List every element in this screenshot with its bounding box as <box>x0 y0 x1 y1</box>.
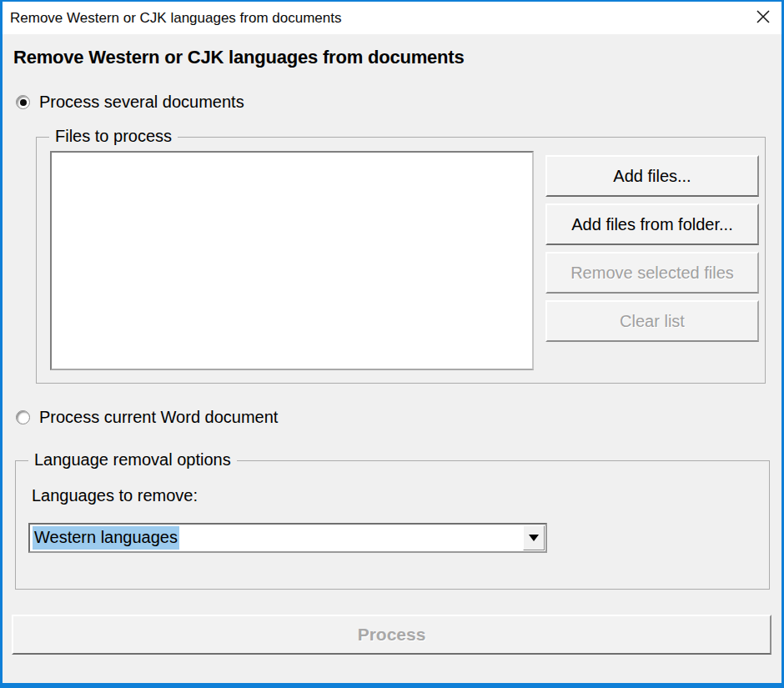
close-icon <box>756 9 771 28</box>
group-label: Language removal options <box>28 450 237 470</box>
remove-selected-files-button[interactable]: Remove selected files <box>545 252 759 294</box>
languages-to-remove-label: Languages to remove: <box>32 486 198 505</box>
chevron-down-icon <box>529 535 539 541</box>
files-listbox[interactable] <box>50 151 534 370</box>
window-title: Remove Western or CJK languages from doc… <box>3 10 341 27</box>
radio-process-current-word-document[interactable]: Process current Word document <box>16 408 278 427</box>
radio-button-selected-icon[interactable] <box>16 95 30 109</box>
languages-combobox[interactable]: Western languages <box>28 523 547 553</box>
combobox-dropdown-button[interactable] <box>523 525 545 550</box>
title-bar: Remove Western or CJK languages from doc… <box>3 2 781 34</box>
language-removal-options-group: Language removal options Languages to re… <box>15 460 770 590</box>
radio-label: Process current Word document <box>39 408 278 427</box>
combobox-field[interactable]: Western languages <box>30 525 522 551</box>
group-label: Files to process <box>49 127 178 146</box>
radio-label: Process several documents <box>39 93 244 112</box>
add-files-button[interactable]: Add files... <box>545 155 759 197</box>
files-to-process-group: Files to process Add files... Add files … <box>36 137 766 384</box>
close-button[interactable] <box>745 2 781 34</box>
combobox-selected-value: Western languages <box>33 526 179 550</box>
dialog-heading: Remove Western or CJK languages from doc… <box>13 47 465 68</box>
clear-list-button[interactable]: Clear list <box>545 300 759 342</box>
dialog-window: Remove Western or CJK languages from doc… <box>0 0 784 688</box>
process-button[interactable]: Process <box>12 615 771 655</box>
add-files-from-folder-button[interactable]: Add files from folder... <box>545 203 759 245</box>
radio-button-unselected-icon[interactable] <box>16 410 30 424</box>
radio-process-several-documents[interactable]: Process several documents <box>16 93 244 112</box>
